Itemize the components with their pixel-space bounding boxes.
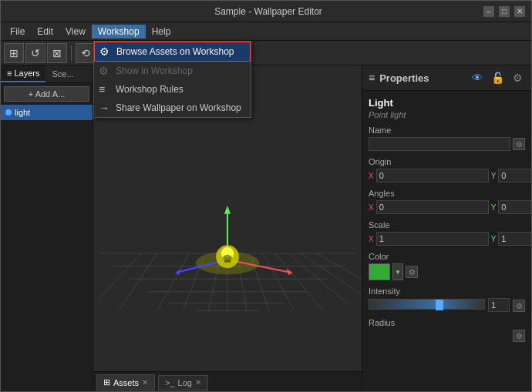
- prop-name: Name ⚙: [369, 126, 525, 151]
- color-dropdown[interactable]: ▼: [392, 263, 403, 280]
- close-assets-tab[interactable]: ✕: [142, 378, 148, 387]
- window-controls: – □ ✕: [483, 6, 525, 17]
- settings-button[interactable]: ⚙: [510, 70, 525, 85]
- properties-header: ≡ Properties 👁 🔓 ⚙: [362, 65, 531, 91]
- prop-angles-label: Angles: [369, 189, 525, 198]
- eye-button[interactable]: 👁: [470, 70, 485, 85]
- name-gear[interactable]: ⚙: [513, 138, 525, 150]
- prop-name-label: Name: [369, 126, 525, 135]
- close-log-tab[interactable]: ✕: [195, 378, 201, 387]
- window-title: Sample - Wallpaper Editor: [53, 6, 483, 17]
- lock-button[interactable]: 🔓: [490, 70, 505, 85]
- angles-y-axis: Y: [491, 203, 497, 212]
- layer-item-light[interactable]: light: [1, 105, 93, 120]
- color-gear[interactable]: ⚙: [406, 266, 418, 278]
- radius-gear[interactable]: ⚙: [513, 330, 525, 342]
- menu-view[interactable]: View: [59, 25, 92, 39]
- intensity-thumb: [436, 300, 443, 310]
- origin-x-axis: X: [369, 172, 374, 180]
- dropdown-browse-assets[interactable]: ⚙ Browse Assets on Workshop: [94, 42, 251, 62]
- main-layout: ≡ Layers Sce... + Add A... light: [1, 65, 531, 392]
- prop-origin: Origin X Y Z ⚙: [369, 157, 525, 183]
- prop-radius: Radius ⚙: [369, 318, 525, 342]
- prop-intensity-label: Intensity: [369, 286, 525, 296]
- intensity-gear[interactable]: ⚙: [513, 300, 525, 312]
- tab-layers[interactable]: ≡ Layers: [1, 65, 45, 82]
- properties-body: Light Point light Name ⚙ Origin X Y Z: [362, 91, 531, 392]
- menu-workshop[interactable]: Workshop: [92, 25, 146, 39]
- close-button[interactable]: ✕: [514, 6, 525, 17]
- menu-help[interactable]: Help: [146, 25, 177, 39]
- toolbar-refresh-btn[interactable]: ↺: [25, 43, 45, 63]
- scale-y-input[interactable]: [498, 232, 531, 246]
- svg-rect-30: [224, 260, 231, 262]
- prop-scale-label: Scale: [369, 220, 525, 230]
- log-icon: >_: [165, 378, 175, 387]
- menu-bar: File Edit View Workshop Help ⚙ Browse As…: [1, 22, 531, 41]
- minimize-button[interactable]: –: [483, 6, 494, 17]
- prop-angles: Angles X Y Z ⚙: [369, 189, 525, 214]
- properties-list-icon: ≡: [369, 72, 375, 84]
- prop-radius-inputs: ⚙: [369, 330, 525, 342]
- scale-x-axis: X: [369, 235, 374, 243]
- toolbar-separator: [71, 45, 72, 61]
- intensity-value-input[interactable]: [488, 298, 510, 312]
- prop-angles-inputs: X Y Z ⚙: [369, 200, 525, 214]
- toolbar-cross-btn[interactable]: ⊠: [47, 43, 67, 63]
- prop-color-inputs: ▼ ⚙: [369, 263, 525, 280]
- prop-scale: Scale X Y Z ⚙: [369, 220, 525, 246]
- prop-color-label: Color: [369, 252, 525, 261]
- tab-assets[interactable]: ⊞ Assets ✕: [96, 374, 155, 390]
- add-layer-button[interactable]: + Add A...: [4, 86, 89, 102]
- origin-y-axis: Y: [491, 172, 497, 180]
- dropdown-show-workshop: ⚙ Show in Workshop: [94, 62, 251, 80]
- menu-edit[interactable]: Edit: [31, 25, 59, 39]
- object-type-subtitle: Point light: [369, 110, 525, 119]
- prop-color: Color ▼ ⚙: [369, 252, 525, 280]
- properties-panel: ≡ Properties 👁 🔓 ⚙ Light Point light Nam…: [362, 65, 531, 392]
- properties-title: Properties: [379, 72, 465, 84]
- color-swatch[interactable]: [369, 263, 390, 280]
- rules-icon: ≡: [99, 83, 105, 95]
- dropdown-share-wallpaper[interactable]: → Share Wallpaper on Workshop: [94, 99, 251, 117]
- angles-x-input[interactable]: [376, 200, 489, 214]
- menu-file[interactable]: File: [4, 25, 31, 39]
- prop-origin-inputs: X Y Z ⚙: [369, 169, 525, 183]
- toolbar: ⊞ ↺ ⊠ ⟲ ⟳: [1, 41, 531, 65]
- prop-scale-inputs: X Y Z ⚙: [369, 232, 525, 246]
- prop-name-inputs: ⚙: [369, 137, 525, 151]
- scale-y-axis: Y: [491, 235, 497, 243]
- steam-icon-2: ⚙: [99, 65, 109, 77]
- angles-y-input[interactable]: [498, 200, 531, 214]
- origin-x-input[interactable]: [376, 169, 489, 183]
- bottom-tabs: ⊞ Assets ✕ >_ Log ✕: [93, 371, 362, 392]
- prop-origin-label: Origin: [369, 157, 525, 166]
- object-type-title: Light: [369, 97, 525, 109]
- assets-icon: ⊞: [103, 377, 110, 387]
- left-panel: ≡ Layers Sce... + Add A... light: [1, 65, 93, 392]
- name-input[interactable]: [369, 137, 510, 151]
- prop-intensity: Intensity ⚙: [369, 286, 525, 312]
- toolbar-grid-btn[interactable]: ⊞: [4, 43, 24, 63]
- layers-icon: ≡: [7, 69, 12, 78]
- tab-log[interactable]: >_ Log ✕: [158, 375, 208, 390]
- dropdown-workshop-rules[interactable]: ≡ Workshop Rules: [94, 80, 251, 99]
- prop-intensity-inputs: ⚙: [369, 298, 525, 312]
- intensity-slider[interactable]: [369, 299, 485, 310]
- panel-tabs: ≡ Layers Sce...: [1, 65, 93, 83]
- prop-radius-label: Radius: [369, 318, 525, 327]
- angles-x-axis: X: [369, 203, 374, 212]
- scale-x-input[interactable]: [376, 232, 489, 246]
- workshop-dropdown: ⚙ Browse Assets on Workshop ⚙ Show in Wo…: [93, 41, 251, 118]
- steam-icon: ⚙: [99, 45, 109, 58]
- origin-y-input[interactable]: [498, 169, 531, 183]
- maximize-button[interactable]: □: [499, 6, 510, 17]
- title-bar: Sample - Wallpaper Editor – □ ✕: [1, 1, 531, 22]
- tab-scene[interactable]: Sce...: [45, 65, 79, 82]
- layer-dot: [5, 109, 12, 116]
- share-icon: →: [99, 102, 109, 114]
